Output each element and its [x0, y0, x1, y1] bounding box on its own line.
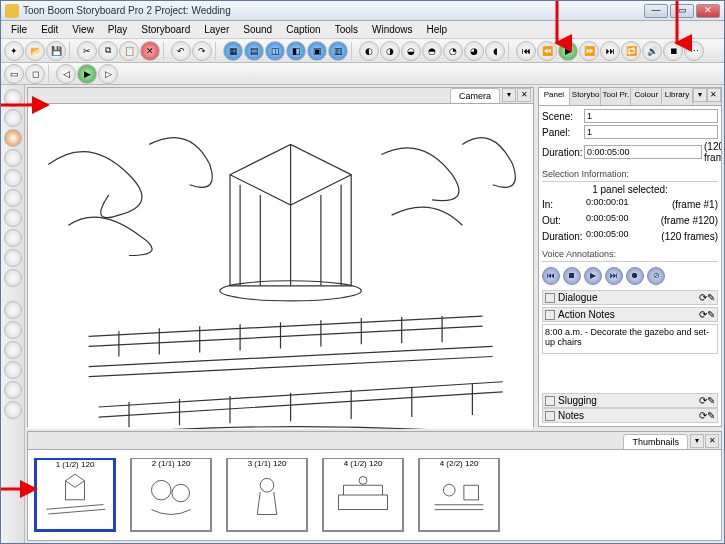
- tool-eraser[interactable]: [4, 189, 22, 207]
- menu-caption[interactable]: Caption: [280, 23, 326, 36]
- tab-storyboard[interactable]: Storybo...: [570, 88, 601, 105]
- right-pane-close[interactable]: ✕: [707, 88, 721, 102]
- action-notes-text[interactable]: 8:00 a.m. - Decorate the gazebo and set-…: [542, 324, 718, 354]
- tb-play-next-button[interactable]: ⏩: [579, 41, 599, 61]
- tb-redo-button[interactable]: ↷: [192, 41, 212, 61]
- tb-open-button[interactable]: 📂: [25, 41, 45, 61]
- tb-paste-button[interactable]: 📋: [119, 41, 139, 61]
- thumbnail-1[interactable]: 1 (1/2) 120: [34, 458, 116, 532]
- panel-input[interactable]: [584, 125, 718, 139]
- tb2-play[interactable]: ▶: [77, 64, 97, 84]
- tb-copy-button[interactable]: ⧉: [98, 41, 118, 61]
- tool-line[interactable]: [4, 269, 22, 287]
- thumbnail-4[interactable]: 4 (1/2) 120: [322, 458, 404, 532]
- tool-camera[interactable]: [4, 361, 22, 379]
- caption-tools-icon[interactable]: ⟳✎: [699, 395, 715, 406]
- svg-point-12: [260, 478, 274, 492]
- tab-thumbnails[interactable]: Thumbnails: [623, 434, 688, 449]
- menu-view[interactable]: View: [66, 23, 100, 36]
- thumbnail-2[interactable]: 2 (1/1) 120: [130, 458, 212, 532]
- tb-save-button[interactable]: 💾: [46, 41, 66, 61]
- tb-cut-button[interactable]: ✂: [77, 41, 97, 61]
- tab-tool-properties[interactable]: Tool Pr...: [601, 88, 632, 105]
- tab-panel[interactable]: Panel: [539, 88, 570, 105]
- close-button[interactable]: ✕: [696, 4, 720, 18]
- tb-delete-button[interactable]: ✕: [140, 41, 160, 61]
- tool-pencil[interactable]: [4, 169, 22, 187]
- voice-stop-button[interactable]: ⏹: [563, 267, 581, 285]
- menu-file[interactable]: File: [5, 23, 33, 36]
- menu-storyboard[interactable]: Storyboard: [135, 23, 196, 36]
- tb-panel-3-button[interactable]: ◒: [401, 41, 421, 61]
- tb-panel-5-button[interactable]: ◔: [443, 41, 463, 61]
- caption-notes-row[interactable]: Notes ⟳✎: [542, 408, 718, 423]
- tb-new-button[interactable]: ✦: [4, 41, 24, 61]
- right-pane-menu[interactable]: ▾: [693, 88, 707, 102]
- tb-panel-7-button[interactable]: ◖: [485, 41, 505, 61]
- menu-sound[interactable]: Sound: [237, 23, 278, 36]
- scene-input[interactable]: [584, 109, 718, 123]
- voice-delete-button[interactable]: ⊘: [647, 267, 665, 285]
- tb-play-last-button[interactable]: ⏭: [600, 41, 620, 61]
- tb-panel-4-button[interactable]: ◓: [422, 41, 442, 61]
- tb2-opt-1[interactable]: ▭: [4, 64, 24, 84]
- thumb-pane-menu[interactable]: ▾: [690, 434, 704, 448]
- tb-layout-4-button[interactable]: ◧: [286, 41, 306, 61]
- caption-tools-icon[interactable]: ⟳✎: [699, 410, 715, 421]
- caption-slugging-row[interactable]: Slugging ⟳✎: [542, 393, 718, 408]
- duration-input[interactable]: [584, 145, 702, 159]
- tb-layout-2-button[interactable]: ▤: [244, 41, 264, 61]
- tool-rotate[interactable]: [4, 341, 22, 359]
- tab-colour[interactable]: Colour: [631, 88, 662, 105]
- tool-misc-2[interactable]: [4, 401, 22, 419]
- tool-paint[interactable]: [4, 209, 22, 227]
- tb2-next[interactable]: ▷: [98, 64, 118, 84]
- thumbnail-strip[interactable]: 1 (1/2) 120 2 (1/1) 120 3 (1/1) 120 4 (1…: [28, 450, 721, 540]
- canvas-view[interactable]: [28, 104, 533, 429]
- caption-tools-icon[interactable]: ⟳✎: [699, 309, 715, 320]
- tool-text[interactable]: [4, 149, 22, 167]
- voice-last-button[interactable]: ⏭: [605, 267, 623, 285]
- tool-hand[interactable]: [4, 321, 22, 339]
- tb-panel-2-button[interactable]: ◑: [380, 41, 400, 61]
- pane-close-button[interactable]: ✕: [517, 88, 531, 102]
- caption-tools-icon[interactable]: ⟳✎: [699, 292, 715, 303]
- tb-loop-button[interactable]: 🔁: [621, 41, 641, 61]
- tb-layout-3-button[interactable]: ◫: [265, 41, 285, 61]
- tb-layout-1-button[interactable]: ▦: [223, 41, 243, 61]
- tb-play-first-button[interactable]: ⏮: [516, 41, 536, 61]
- caption-dialogue-row[interactable]: Dialogue ⟳✎: [542, 290, 718, 305]
- tool-brush[interactable]: [4, 129, 22, 147]
- tb2-opt-2[interactable]: ◻: [25, 64, 45, 84]
- tab-camera[interactable]: Camera: [450, 88, 500, 103]
- menu-layer[interactable]: Layer: [198, 23, 235, 36]
- tb-sound-button[interactable]: 🔊: [642, 41, 662, 61]
- thumbnail-5[interactable]: 4 (2/2) 120: [418, 458, 500, 532]
- tb-undo-button[interactable]: ↶: [171, 41, 191, 61]
- tool-zoom[interactable]: [4, 301, 22, 319]
- tb-panel-1-button[interactable]: ◐: [359, 41, 379, 61]
- tool-shape[interactable]: [4, 249, 22, 267]
- voice-play-button[interactable]: ▶: [584, 267, 602, 285]
- voice-first-button[interactable]: ⏮: [542, 267, 560, 285]
- tool-misc-1[interactable]: [4, 381, 22, 399]
- tb-extra-button[interactable]: ⋯: [684, 41, 704, 61]
- tb-layout-6-button[interactable]: ▥: [328, 41, 348, 61]
- voice-record-button[interactable]: ⏺: [626, 267, 644, 285]
- menu-help[interactable]: Help: [421, 23, 454, 36]
- menu-edit[interactable]: Edit: [35, 23, 64, 36]
- tab-library[interactable]: Library: [662, 88, 693, 105]
- tb-layout-5-button[interactable]: ▣: [307, 41, 327, 61]
- minimize-button[interactable]: —: [644, 4, 668, 18]
- out-frame: (frame #120): [661, 215, 718, 226]
- menu-play[interactable]: Play: [102, 23, 133, 36]
- tb2-prev[interactable]: ◁: [56, 64, 76, 84]
- menu-tools[interactable]: Tools: [329, 23, 364, 36]
- menu-windows[interactable]: Windows: [366, 23, 419, 36]
- thumb-pane-close[interactable]: ✕: [705, 434, 719, 448]
- caption-action-row[interactable]: Action Notes ⟳✎: [542, 307, 718, 322]
- tb-panel-6-button[interactable]: ◕: [464, 41, 484, 61]
- tool-dropper[interactable]: [4, 229, 22, 247]
- thumbnail-3[interactable]: 3 (1/1) 120: [226, 458, 308, 532]
- pane-menu-button[interactable]: ▾: [502, 88, 516, 102]
